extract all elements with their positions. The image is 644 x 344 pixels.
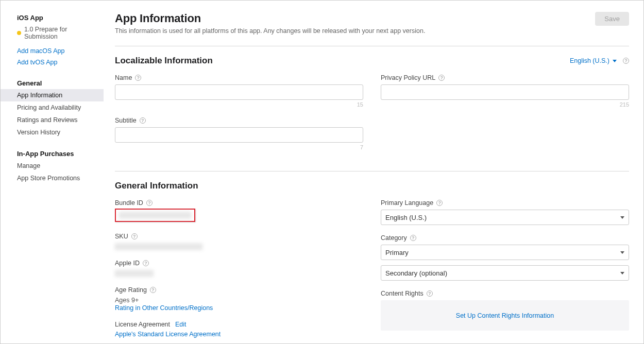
main-content: App Information This information is used… — [104, 1, 643, 343]
content-rights-setup-link[interactable]: Set Up Content Rights Information — [456, 312, 554, 319]
primary-language-value: English (U.S.) — [385, 214, 427, 221]
sidebar-item-version-history[interactable]: Version History — [1, 126, 104, 139]
subtitle-input[interactable] — [115, 127, 363, 143]
chevron-down-icon — [620, 272, 624, 274]
sidebar-general-header: General — [1, 77, 104, 89]
help-icon[interactable]: ? — [146, 200, 152, 206]
help-icon[interactable]: ? — [438, 75, 445, 81]
sidebar: iOS App 1.0 Prepare for Submission Add m… — [1, 1, 104, 343]
license-agreement-link[interactable]: Apple's Standard License Agreement — [115, 331, 221, 338]
name-label: Name — [115, 74, 132, 81]
help-icon[interactable]: ? — [410, 235, 416, 241]
chevron-down-icon — [613, 60, 617, 62]
help-icon[interactable]: ? — [143, 260, 149, 266]
apple-id-value-redacted — [115, 270, 154, 277]
license-edit-link[interactable]: Edit — [175, 321, 187, 328]
divider — [115, 171, 629, 171]
age-rating-regions-link[interactable]: Rating in Other Countries/Regions — [115, 304, 213, 312]
localizable-section-title: Localizable Information — [115, 56, 213, 66]
category-secondary-value: Secondary (optional) — [385, 269, 447, 277]
status-text: 1.0 Prepare for Submission — [24, 26, 93, 40]
sidebar-iap-header: In-App Purchases — [1, 148, 104, 160]
divider — [115, 46, 629, 46]
apple-id-label: Apple ID — [115, 260, 140, 267]
category-primary-value: Primary — [385, 249, 409, 256]
sidebar-item-version-status[interactable]: 1.0 Prepare for Submission — [1, 24, 104, 45]
page-desc: This information is used for all platfor… — [115, 27, 425, 35]
sku-label: SKU — [115, 233, 128, 240]
sidebar-item-manage[interactable]: Manage — [1, 160, 104, 172]
name-counter: 15 — [115, 101, 363, 108]
sidebar-ios-header: iOS App — [1, 12, 104, 24]
page-title: App Information — [115, 12, 425, 25]
help-icon[interactable]: ? — [436, 200, 443, 206]
category-primary-select[interactable]: Primary — [381, 245, 629, 260]
content-rights-label: Content Rights — [381, 290, 423, 297]
sidebar-item-promotions[interactable]: App Store Promotions — [1, 172, 104, 184]
category-label: Category — [381, 234, 407, 242]
language-picker[interactable]: English (U.S.) ? — [570, 57, 629, 64]
subtitle-label: Subtitle — [115, 117, 137, 124]
general-section-title: General Information — [115, 181, 629, 191]
language-picker-label: English (U.S.) — [570, 57, 609, 64]
help-icon[interactable]: ? — [140, 117, 146, 124]
add-macos-link[interactable]: Add macOS App — [1, 45, 104, 57]
sidebar-item-ratings[interactable]: Ratings and Reviews — [1, 114, 104, 126]
chevron-down-icon — [620, 216, 624, 219]
help-icon[interactable]: ? — [427, 290, 433, 297]
age-rating-value: Ages 9+ — [115, 297, 363, 304]
add-tvos-link[interactable]: Add tvOS App — [1, 57, 104, 68]
help-icon[interactable]: ? — [131, 233, 138, 239]
sku-value-redacted — [115, 243, 202, 250]
name-input[interactable] — [115, 84, 363, 100]
category-secondary-select[interactable]: Secondary (optional) — [381, 265, 629, 281]
status-dot-icon — [17, 31, 21, 35]
chevron-down-icon — [620, 251, 624, 254]
age-rating-label: Age Rating — [115, 286, 147, 294]
privacy-url-label: Privacy Policy URL — [381, 74, 435, 81]
bundle-id-highlight — [115, 209, 195, 222]
bundle-id-label: Bundle ID — [115, 199, 143, 207]
privacy-url-input[interactable] — [381, 84, 629, 100]
content-rights-box: Set Up Content Rights Information — [381, 300, 629, 331]
sidebar-item-pricing[interactable]: Pricing and Availability — [1, 101, 104, 114]
help-icon[interactable]: ? — [623, 58, 629, 64]
help-icon[interactable]: ? — [150, 287, 156, 293]
license-label: License Agreement — [115, 321, 170, 328]
save-button[interactable]: Save — [595, 12, 629, 26]
help-icon[interactable]: ? — [135, 75, 141, 81]
primary-language-label: Primary Language — [381, 199, 433, 207]
primary-language-select[interactable]: English (U.S.) — [381, 210, 629, 225]
bundle-id-value-redacted — [119, 212, 191, 219]
privacy-url-counter: 215 — [381, 101, 629, 108]
subtitle-counter: 7 — [115, 144, 363, 150]
sidebar-item-app-information[interactable]: App Information — [1, 89, 104, 101]
